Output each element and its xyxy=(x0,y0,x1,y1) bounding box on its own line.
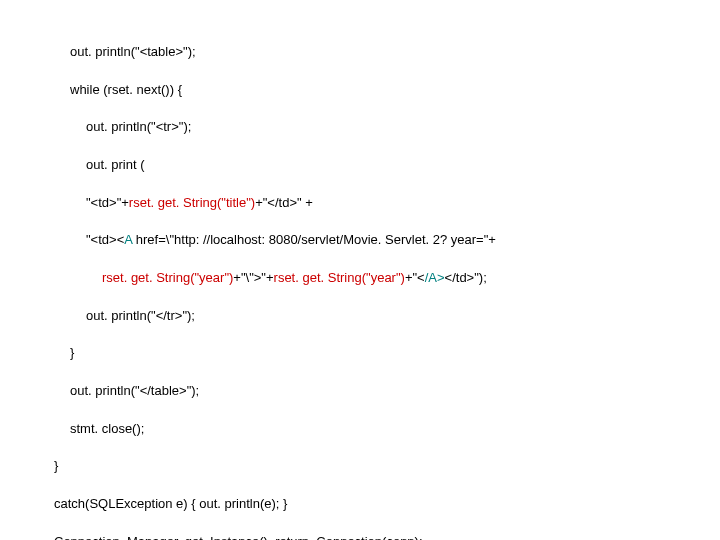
code-line: stmt. close(); xyxy=(70,421,144,436)
code-line: out. println("</table>"); xyxy=(70,383,199,398)
code-line: out. print ( xyxy=(86,157,145,172)
code-line: } xyxy=(70,345,74,360)
code-line: +"< xyxy=(405,270,425,285)
code-line: while (rset. next()) { xyxy=(70,82,182,97)
code-line: +"</td>" + xyxy=(255,195,313,210)
code-line: out. println("</tr>"); xyxy=(86,308,195,323)
code-tag: A xyxy=(124,232,132,247)
code-line: } xyxy=(54,458,58,473)
code-highlight: rset. get. String("title") xyxy=(129,195,255,210)
code-line: "<td>"+ xyxy=(86,195,129,210)
code-line: +"\">"+ xyxy=(233,270,273,285)
code-highlight: rset. get. String("year") xyxy=(102,270,233,285)
code-line: "<td>< xyxy=(86,232,124,247)
code-line: Connection. Manager. get. Instance(). re… xyxy=(54,534,423,540)
code-line: out. println("<table>"); xyxy=(70,44,196,59)
java-servlet-code-block: out. println("<table>"); while (rset. ne… xyxy=(38,24,698,540)
code-line: </td>"); xyxy=(445,270,487,285)
code-line: href=\"http: //localhost: 8080/servlet/M… xyxy=(132,232,496,247)
code-tag: /A> xyxy=(425,270,445,285)
code-line: out. println("<tr>"); xyxy=(86,119,191,134)
code-line: catch(SQLException e) { out. println(e);… xyxy=(54,496,287,511)
code-highlight: rset. get. String("year") xyxy=(274,270,405,285)
